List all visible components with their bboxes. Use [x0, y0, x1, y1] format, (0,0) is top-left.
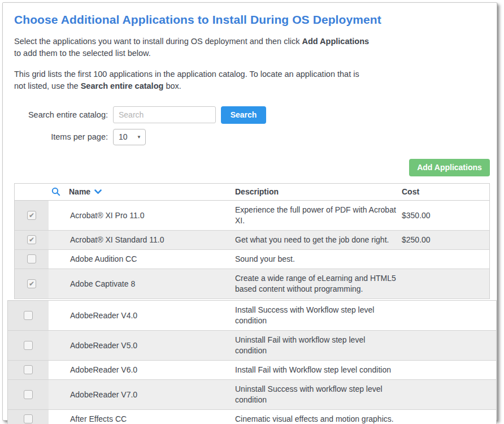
table-row: AdobeReader V7.0 Uninstall Success with … [8, 380, 496, 410]
intro-paragraph: Select the applications you want to inst… [14, 36, 371, 60]
table-row: ✔ Acrobat® XI Pro 11.0 Experience the fu… [15, 201, 489, 231]
app-description: Cinematic visual effects and motion grap… [235, 410, 402, 424]
select-dropdown-arrow-icon: ▼ [137, 135, 141, 140]
app-description: Get what you need to get the job done ri… [235, 231, 402, 249]
add-applications-button[interactable]: Add Applications [409, 159, 490, 176]
table-header-row: Name Description Cost [15, 183, 489, 201]
sort-descending-icon[interactable] [94, 189, 102, 194]
intro-text-2: to add them to the selected list below. [14, 49, 151, 58]
table-row: Adobe Audition CC Sound your best. [15, 250, 489, 269]
intro-bold: Add Applications [302, 37, 369, 46]
checkbox-cell: ✔ [15, 231, 49, 249]
app-description: Uninstall Fail with workflow step level … [235, 331, 402, 360]
dialog-page: Choose Additional Applications to Instal… [2, 2, 497, 421]
items-per-page-label: Items per page: [14, 132, 113, 141]
row-checkbox[interactable]: ✔ [27, 235, 36, 244]
app-name: Acrobat® XI Pro 11.0 [49, 201, 235, 230]
row-checkbox[interactable] [24, 341, 33, 350]
app-name: AdobeReader V5.0 [49, 331, 235, 360]
note-bold: Search entire catalog [81, 81, 164, 90]
checkbox-cell [8, 380, 49, 409]
applications-table: Name Description Cost ✔ Acrobat® XI Pro … [14, 183, 490, 424]
description-column-header: Description [235, 187, 402, 196]
app-cost [402, 380, 496, 409]
app-description: Install Fail with Workflow step level co… [235, 361, 402, 379]
row-checkbox[interactable] [24, 365, 33, 374]
table-row: ✔ Adobe Captivate 8 Create a wide range … [15, 269, 489, 299]
note-paragraph: This grid lists the first 100 applicatio… [14, 68, 371, 93]
table-row: After Effects CC Cinematic visual effect… [8, 410, 496, 424]
app-cost: $350.00 [402, 201, 489, 230]
page-title: Choose Additional Applications to Instal… [14, 13, 490, 27]
name-column-header[interactable]: Name [69, 187, 90, 196]
app-name: AdobeReader V7.0 [49, 380, 235, 409]
app-name: AdobeReader V4.0 [49, 301, 235, 330]
search-catalog-label: Search entire catalog: [14, 110, 113, 119]
row-checkbox[interactable] [27, 254, 36, 263]
app-name: Acrobat® XI Standard 11.0 [49, 231, 235, 249]
app-description: Uninstall Success with workflow step lev… [235, 380, 402, 409]
row-checkbox[interactable] [24, 390, 33, 399]
app-cost [402, 250, 489, 269]
checkbox-cell: ✔ [15, 201, 49, 230]
table-row: AdobeReader V5.0 Uninstall Fail with wor… [8, 331, 496, 361]
intro-text-1: Select the applications you want to inst… [14, 37, 302, 46]
app-name: Adobe Audition CC [49, 250, 235, 269]
app-cost [402, 269, 489, 298]
cost-column-header: Cost [402, 187, 489, 196]
app-description: Install Success with Workflow step level… [235, 301, 402, 330]
row-checkbox[interactable] [24, 414, 33, 423]
checkbox-cell: ✔ [15, 269, 49, 298]
checkbox-cell [15, 250, 49, 269]
checkbox-cell [8, 301, 49, 330]
row-checkbox[interactable]: ✔ [27, 211, 36, 220]
table-row: AdobeReader V4.0 Install Success with Wo… [8, 301, 496, 331]
search-form: Search entire catalog: Search Items per … [14, 106, 490, 145]
note-text-1: This grid lists the first 100 applicatio… [14, 70, 359, 90]
app-cost [402, 361, 496, 379]
row-checkbox[interactable] [24, 311, 33, 320]
app-name: Adobe Captivate 8 [49, 269, 235, 298]
items-per-page-value: 10 [119, 132, 128, 141]
note-text-2: box. [163, 81, 181, 90]
search-button[interactable]: Search [221, 106, 266, 124]
app-cost: $250.00 [402, 231, 489, 249]
checkbox-cell [8, 361, 49, 379]
column-search-icon[interactable] [51, 187, 60, 196]
app-cost [402, 331, 496, 360]
app-name: After Effects CC [49, 410, 235, 424]
app-description: Experience the full power of PDF with Ac… [235, 201, 402, 230]
checkbox-cell [8, 410, 49, 424]
search-input[interactable] [113, 106, 216, 123]
table-row: AdobeReader V6.0 Install Fail with Workf… [8, 361, 496, 380]
app-name: AdobeReader V6.0 [49, 361, 235, 379]
app-cost [402, 410, 496, 424]
table-row: ✔ Acrobat® XI Standard 11.0 Get what you… [15, 231, 489, 250]
app-description: Sound your best. [235, 250, 402, 269]
app-description: Create a wide range of eLearning and HTM… [235, 269, 402, 298]
app-cost [402, 301, 496, 330]
checkbox-cell [8, 331, 49, 360]
items-per-page-select[interactable]: 10 ▼ [113, 129, 146, 145]
row-checkbox[interactable]: ✔ [27, 279, 36, 288]
